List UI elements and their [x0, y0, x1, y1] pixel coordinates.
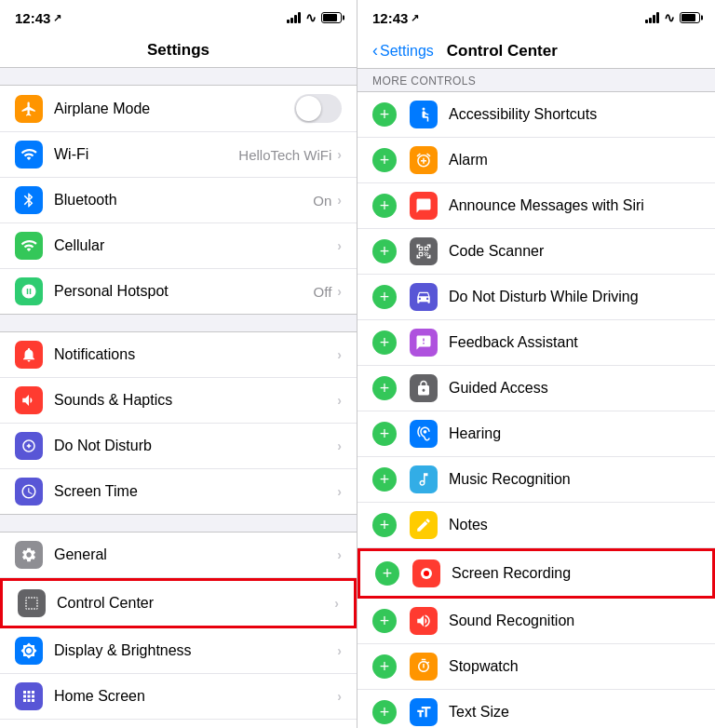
screen-recording-label: Screen Recording: [452, 565, 697, 582]
settings-group-connectivity: Airplane Mode Wi-Fi HelloTech WiFi › Bl: [0, 85, 357, 315]
bluetooth-value: On: [313, 193, 331, 209]
hotspot-icon: [15, 277, 43, 305]
dnd-driving-icon: [410, 283, 438, 311]
controlcenter-icon: [18, 589, 46, 617]
stopwatch-label: Stopwatch: [449, 658, 700, 675]
display-icon: [15, 637, 43, 665]
time-right: 12:43: [372, 10, 408, 26]
settings-item-controlcenter[interactable]: Control Center ›: [0, 578, 357, 628]
notifications-icon: [15, 341, 43, 369]
settings-item-display[interactable]: Display & Brightness ›: [0, 628, 357, 674]
more-controls-header: MORE CONTROLS: [358, 69, 715, 91]
add-sound-recognition[interactable]: +: [372, 609, 397, 633]
location-icon-left: ↗: [53, 12, 61, 24]
accessibility-shortcuts-label: Accessibility Shortcuts: [449, 106, 700, 123]
control-item-accessibility-shortcuts[interactable]: + Accessibility Shortcuts: [358, 92, 715, 138]
control-item-feedback[interactable]: + Feedback Assistant: [358, 320, 715, 366]
add-code-scanner[interactable]: +: [372, 239, 397, 263]
settings-item-homescreen[interactable]: Home Screen ›: [0, 674, 357, 720]
music-recognition-icon: [410, 465, 438, 493]
donotdisturb-icon: [15, 432, 43, 460]
screentime-chevron: ›: [337, 484, 342, 499]
text-size-icon: [410, 698, 438, 726]
add-alarm[interactable]: +: [372, 148, 397, 172]
cellular-label: Cellular: [54, 237, 337, 254]
notifications-chevron: ›: [337, 347, 342, 362]
hearing-icon: [410, 420, 438, 448]
bluetooth-icon: [15, 186, 43, 214]
feedback-icon: [410, 329, 438, 357]
control-item-screen-recording[interactable]: + Screen Recording: [358, 548, 715, 599]
back-button[interactable]: ‹ Settings: [372, 41, 434, 61]
homescreen-chevron: ›: [337, 689, 342, 704]
settings-item-accessibility[interactable]: Accessibility ›: [0, 720, 357, 728]
add-hearing[interactable]: +: [372, 422, 397, 446]
airplane-icon: [15, 95, 43, 123]
wifi-icon-right: ∿: [664, 10, 675, 25]
control-item-alarm[interactable]: + Alarm: [358, 138, 715, 183]
add-dnd-driving[interactable]: +: [372, 285, 397, 309]
add-accessibility-shortcuts[interactable]: +: [372, 102, 397, 127]
settings-item-airplane[interactable]: Airplane Mode: [0, 86, 357, 132]
screentime-label: Screen Time: [54, 483, 337, 500]
airplane-toggle[interactable]: [294, 94, 342, 123]
homescreen-label: Home Screen: [54, 688, 337, 705]
airplane-label: Airplane Mode: [54, 101, 294, 117]
back-label: Settings: [380, 43, 434, 60]
stopwatch-icon: [410, 653, 438, 681]
add-text-size[interactable]: +: [372, 700, 397, 724]
settings-item-donotdisturb[interactable]: Do Not Disturb ›: [0, 424, 357, 469]
status-bar-right: 12:43 ↗ ∿: [358, 0, 715, 34]
general-label: General: [54, 546, 337, 563]
donotdisturb-chevron: ›: [337, 438, 342, 453]
control-item-dnd-driving[interactable]: + Do Not Disturb While Driving: [358, 275, 715, 320]
text-size-label: Text Size: [449, 704, 700, 721]
control-item-notes[interactable]: + Notes: [358, 503, 715, 548]
add-announce-messages[interactable]: +: [372, 194, 397, 218]
notes-label: Notes: [449, 517, 700, 533]
signal-icon-right: [645, 12, 659, 23]
add-music-recognition[interactable]: +: [372, 467, 397, 492]
right-panel: 12:43 ↗ ∿ ‹ Settings Control Center MORE…: [358, 0, 715, 728]
alarm-icon: [410, 146, 438, 174]
settings-item-cellular[interactable]: Cellular ›: [0, 223, 357, 269]
controls-list: MORE CONTROLS + Accessibility Shortcuts …: [358, 69, 715, 728]
controlcenter-chevron: ›: [334, 596, 339, 611]
settings-item-bluetooth[interactable]: Bluetooth On ›: [0, 178, 357, 223]
accessibility-shortcuts-icon: [410, 101, 438, 128]
control-item-stopwatch[interactable]: + Stopwatch: [358, 644, 715, 690]
settings-group-general: General › Control Center › Display & Bri…: [0, 532, 357, 728]
screentime-icon: [15, 478, 43, 506]
back-chevron-icon: ‹: [372, 41, 378, 61]
control-center-nav: ‹ Settings Control Center: [358, 34, 715, 69]
controlcenter-label: Control Center: [57, 595, 334, 612]
settings-item-screentime[interactable]: Screen Time ›: [0, 469, 357, 514]
control-item-code-scanner[interactable]: + Code Scanner: [358, 229, 715, 275]
announce-messages-label: Announce Messages with Siri: [449, 197, 700, 214]
guided-access-icon: [410, 374, 438, 402]
add-feedback[interactable]: +: [372, 330, 397, 355]
settings-item-general[interactable]: General ›: [0, 533, 357, 578]
settings-item-hotspot[interactable]: Personal Hotspot Off ›: [0, 269, 357, 314]
control-item-announce-messages[interactable]: + Announce Messages with Siri: [358, 183, 715, 229]
controls-group: + Accessibility Shortcuts + Alarm +: [358, 91, 715, 728]
control-item-music-recognition[interactable]: + Music Recognition: [358, 457, 715, 503]
signal-icon: [287, 12, 301, 23]
control-item-text-size[interactable]: + Text Size: [358, 690, 715, 728]
location-icon-right: ↗: [411, 12, 419, 24]
hearing-label: Hearing: [449, 425, 700, 442]
control-item-hearing[interactable]: + Hearing: [358, 411, 715, 457]
left-panel: 12:43 ↗ ∿ Settings: [0, 0, 358, 728]
wifi-settings-icon: [15, 141, 43, 169]
settings-item-wifi[interactable]: Wi-Fi HelloTech WiFi ›: [0, 132, 357, 178]
control-item-guided-access[interactable]: + Guided Access: [358, 366, 715, 411]
settings-item-notifications[interactable]: Notifications ›: [0, 332, 357, 378]
add-guided-access[interactable]: +: [372, 376, 397, 400]
control-item-sound-recognition[interactable]: + Sound Recognition: [358, 599, 715, 644]
battery-icon-left: [321, 12, 342, 23]
add-stopwatch[interactable]: +: [372, 654, 397, 679]
add-screen-recording[interactable]: +: [375, 561, 399, 586]
settings-item-sounds[interactable]: Sounds & Haptics ›: [0, 378, 357, 424]
add-notes[interactable]: +: [372, 513, 397, 537]
settings-group-notifications: Notifications › Sounds & Haptics › Do No…: [0, 331, 357, 515]
